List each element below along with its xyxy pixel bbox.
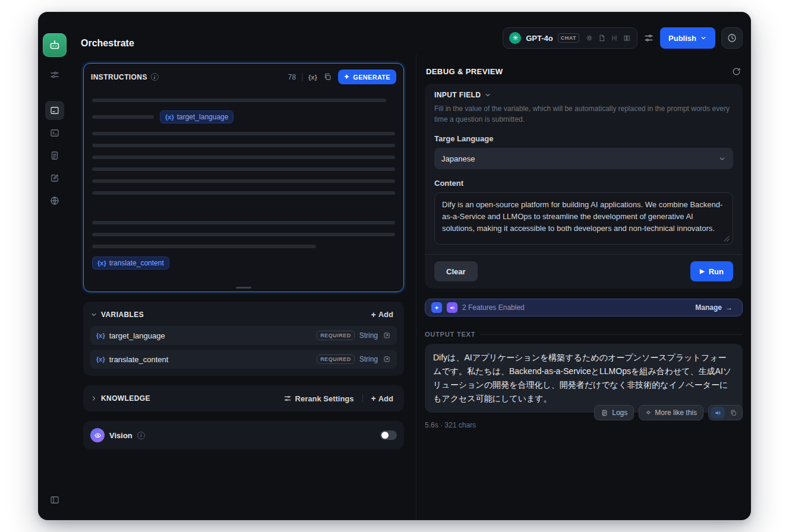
- variable-brackets-icon: {x}: [96, 356, 105, 363]
- knowledge-title: KNOWLEDGE: [101, 394, 150, 403]
- input-field-card: INPUT FIELD Fill in the value of the var…: [425, 84, 743, 289]
- vision-section: Vision i: [83, 421, 404, 449]
- plus-icon: +: [371, 311, 376, 319]
- instructions-title: INSTRUCTIONS: [91, 73, 147, 81]
- resize-handle-icon[interactable]: [724, 236, 730, 242]
- clear-button[interactable]: Clear: [434, 261, 478, 281]
- variables-toggle[interactable]: VARIABLES: [90, 311, 144, 319]
- features-status: 2 Features Enabled: [462, 303, 525, 312]
- variable-row[interactable]: {x} target_language REQUIRED String: [90, 326, 397, 345]
- knowledge-toggle[interactable]: KNOWLEDGE: [90, 394, 150, 403]
- variable-chip-label: target_language: [177, 113, 229, 121]
- openai-logo-icon: ✳: [509, 32, 521, 44]
- chevron-right-icon: [90, 395, 97, 402]
- skeleton-line: [92, 132, 395, 135]
- run-label: Run: [709, 267, 724, 276]
- speaker-button[interactable]: [711, 407, 725, 419]
- model-config-button[interactable]: [643, 33, 654, 43]
- variable-chip-translate-content[interactable]: {x} translate_content: [92, 256, 169, 270]
- nav-annotation[interactable]: [45, 169, 64, 188]
- char-count: 78: [288, 73, 296, 81]
- feature-sparkle-icon[interactable]: ✦: [431, 302, 442, 313]
- history-button[interactable]: [721, 27, 743, 49]
- chevron-down-icon: [484, 91, 491, 99]
- resize-drag-handle[interactable]: [236, 287, 251, 289]
- page-title: Orchestrate: [81, 38, 134, 49]
- equalizer-icon[interactable]: [610, 34, 618, 42]
- publish-button[interactable]: Publish: [660, 27, 715, 49]
- copy-icon: [730, 409, 737, 417]
- notebook-icon[interactable]: [623, 34, 631, 42]
- chevron-down-icon: [718, 155, 726, 163]
- refresh-icon: [731, 66, 741, 77]
- input-field-description: Fill in the value of the variable, which…: [434, 103, 733, 125]
- vision-label: Vision: [109, 431, 132, 440]
- gear-icon[interactable]: [585, 34, 594, 42]
- sliders-icon: [49, 69, 60, 80]
- model-selector[interactable]: ✳ GPT-4o CHAT: [503, 27, 637, 49]
- variable-type: String: [359, 355, 378, 363]
- rerank-icon: [283, 394, 292, 403]
- file-icon[interactable]: [598, 34, 606, 42]
- manage-features-button[interactable]: Manage →: [692, 303, 736, 312]
- collapse-sidebar-button[interactable]: [45, 490, 64, 509]
- target-language-label: Targe Language: [434, 134, 733, 143]
- content-label: Content: [434, 179, 733, 188]
- insert-variable-button[interactable]: {x}: [308, 74, 317, 81]
- output-tools: [708, 405, 743, 420]
- variable-row[interactable]: {x} translate_content REQUIRED String: [90, 350, 397, 369]
- output-meta: 5.6s · 321 chars: [425, 419, 476, 429]
- variable-brackets-icon: {x}: [165, 113, 174, 121]
- model-feature-icons: [585, 34, 631, 42]
- speaker-icon: [714, 409, 722, 417]
- copy-prompt-button[interactable]: [323, 72, 332, 81]
- add-label: Add: [378, 310, 393, 319]
- annotation-icon: [49, 173, 60, 183]
- prompt-editor[interactable]: {x} target_language: [84, 87, 403, 292]
- rerank-settings-button[interactable]: Rerank Settings: [280, 394, 358, 404]
- plus-icon: +: [371, 394, 376, 403]
- logs-icon: [601, 409, 608, 417]
- add-variable-button[interactable]: + Add: [368, 308, 397, 321]
- logs-button[interactable]: Logs: [594, 405, 634, 420]
- variable-chip-target-language[interactable]: {x} target_language: [160, 110, 233, 124]
- debug-title: DEBUG & PREVIEW: [426, 67, 503, 76]
- restart-debug-button[interactable]: [731, 66, 741, 77]
- app-icon[interactable]: [43, 33, 67, 57]
- input-field-toggle[interactable]: INPUT FIELD: [434, 91, 733, 99]
- instructions-panel: INSTRUCTIONS i 78 {x} ✦: [83, 63, 404, 292]
- generate-label: GENERATE: [353, 74, 390, 81]
- nav-logs[interactable]: [45, 146, 64, 165]
- skeleton-line: [92, 144, 395, 147]
- run-button[interactable]: ▶ Run: [690, 261, 733, 281]
- target-language-select[interactable]: Japanese: [434, 148, 733, 169]
- nav-config[interactable]: [45, 65, 64, 84]
- nav-monitoring[interactable]: [45, 191, 64, 210]
- arrow-right-icon: →: [725, 303, 733, 312]
- generate-button[interactable]: ✦ GENERATE: [338, 69, 396, 84]
- model-name: GPT-4o: [526, 34, 553, 43]
- copy-output-button[interactable]: [726, 407, 740, 419]
- instructions-header: INSTRUCTIONS i 78 {x} ✦: [84, 64, 403, 87]
- sparkle-outline-icon: ✧: [645, 408, 651, 417]
- variables-section: VARIABLES + Add {x} target_language: [83, 302, 404, 376]
- model-mode-badge: CHAT: [558, 33, 579, 43]
- add-knowledge-button[interactable]: + Add: [368, 392, 397, 406]
- rerank-label: Rerank Settings: [295, 394, 354, 403]
- nav-orchestrate[interactable]: [45, 101, 64, 120]
- skeleton-line: [92, 179, 395, 183]
- more-like-this-button[interactable]: ✧ More like this: [639, 405, 703, 420]
- content-value: Dify is an open-source platform for buil…: [442, 200, 722, 233]
- feature-tts-icon[interactable]: [447, 302, 457, 313]
- clock-history-icon: [727, 33, 737, 43]
- vision-toggle[interactable]: [380, 430, 397, 440]
- publish-label: Publish: [668, 34, 696, 43]
- nav-api[interactable]: [45, 124, 64, 142]
- string-type-icon[interactable]: [383, 331, 391, 340]
- info-icon: i: [151, 73, 159, 81]
- output-section-header: OUTPUT TEXT: [425, 331, 743, 338]
- required-badge: REQUIRED: [317, 331, 355, 340]
- string-type-icon[interactable]: [383, 355, 391, 363]
- content-textarea[interactable]: Dify is an open-source platform for buil…: [434, 192, 733, 245]
- required-badge: REQUIRED: [317, 354, 355, 364]
